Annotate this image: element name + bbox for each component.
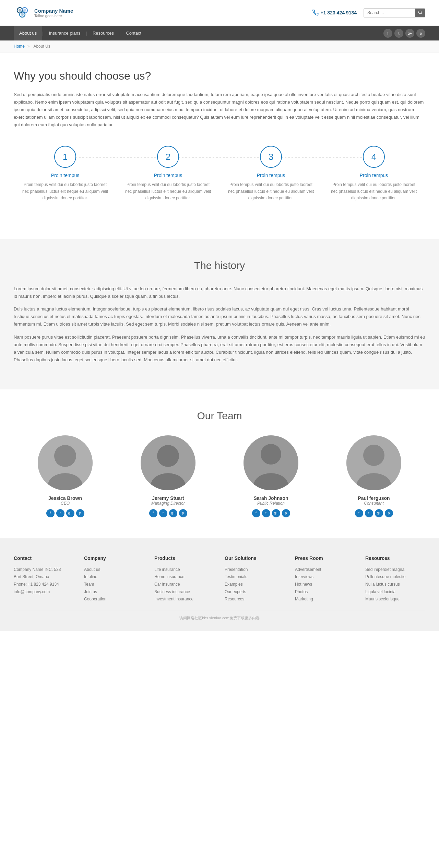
footer-resources-link-1[interactable]: Pellentesque molestie [365,573,425,581]
member-4-twitter[interactable]: t [365,509,373,517]
footer-products: Products Life insurance Home insurance C… [154,555,214,603]
nav-insurance-plans[interactable]: Insurance plans [44,26,86,40]
step-1-desc: Proin tempus velit dui eu lobortis justo… [20,181,110,201]
member-2-facebook[interactable]: f [149,509,157,517]
breadcrumb-home[interactable]: Home [14,44,25,49]
social-twitter[interactable]: t [394,29,403,38]
footer-company-link-2[interactable]: Team [84,581,144,588]
footer-contact-line-4: info@company.com [14,588,74,596]
member-1-pinterest[interactable]: p [76,509,84,517]
nav-about-us[interactable]: About us [14,26,42,40]
footer-contact-title: Contact [14,555,74,561]
footer-press-link-4[interactable]: Marketing [295,596,355,603]
footer-company-link-0[interactable]: About us [84,566,144,574]
member-4-name: Paul ferguson [329,495,419,501]
svg-point-15 [261,444,281,465]
footer-solutions-title: Our Solutions [225,555,285,561]
footer-company-link-1[interactable]: Infoline [84,573,144,581]
member-2-pinterest[interactable]: p [179,509,187,517]
svg-point-4 [23,9,26,12]
footer-resources-link-2[interactable]: Nulla luctus cursus [365,581,425,588]
member-1-name: Jessica Brown [20,495,110,501]
footer-solutions-link-1[interactable]: Testimonials [225,573,285,581]
svg-point-5 [21,13,24,16]
footer-press-link-2[interactable]: Hot news [295,581,355,588]
member-3-pinterest[interactable]: p [282,509,290,517]
footer-products-link-0[interactable]: Life insurance [154,566,214,574]
footer-resources-link-4[interactable]: Mauris scelerisque [365,596,425,603]
member-2-name: Jeremy Stuart [123,495,213,501]
svg-line-7 [421,13,422,14]
breadcrumb-separator: » [27,44,31,49]
step-3: 3 Proin tempus Proin tempus velit dui eu… [226,146,316,201]
search-button[interactable] [415,9,425,17]
main-nav: About us | Insurance plans | Resources |… [0,26,439,40]
team-grid: Jessica Brown CEO f t g+ p Jeremy Stuart… [14,435,425,517]
footer-solutions-link-2[interactable]: Examples [225,581,285,588]
member-1-facebook[interactable]: f [46,509,55,517]
breadcrumb-current: About Us [33,44,50,49]
svg-point-3 [19,9,21,12]
member-2-google[interactable]: g+ [169,509,177,517]
member-4-role: Consultant [329,501,419,506]
footer-company-link-3[interactable]: Join us [84,588,144,596]
team-member-3: Sarah Johnson Public Relation f t g+ p [226,435,316,517]
team-member-4: Paul ferguson Consultant f t g+ p [329,435,419,517]
search-input[interactable] [364,9,415,17]
svg-point-9 [54,445,76,467]
search-box[interactable] [364,8,425,17]
step-4-desc: Proin tempus velit dui eu lobortis justo… [329,181,419,201]
nav-contact[interactable]: Contact [120,26,147,40]
member-4-pinterest[interactable]: p [385,509,393,517]
footer-resources-link-0[interactable]: Sed imperdiet magna [365,566,425,574]
step-2-title: Proin tempus [123,173,213,178]
step-3-circle: 3 [260,146,282,168]
member-1-twitter[interactable]: t [56,509,64,517]
step-1: 1 Proin tempus Proin tempus velit dui eu… [20,146,110,201]
watermark: 访问网络社区bbs.xlenlao.com免费下载更多内容 [179,616,260,620]
history-para-1: Lorem ipsum dolor sit amet, consectetur … [14,285,425,300]
member-3-google[interactable]: g+ [272,509,280,517]
footer-company-link-4[interactable]: Cooperation [84,596,144,603]
step-1-circle: 1 [54,146,76,168]
hero-title: Why you should choose us? [14,70,425,82]
footer-products-link-3[interactable]: Business insurance [154,588,214,596]
avatar-jeremy [141,435,195,490]
svg-point-12 [157,445,179,467]
avatar-paul [346,435,401,490]
footer-products-link-1[interactable]: Home insurance [154,573,214,581]
footer-press-link-1[interactable]: Interviews [295,573,355,581]
member-3-facebook[interactable]: f [252,509,260,517]
step-3-title: Proin tempus [226,173,316,178]
social-facebook[interactable]: f [383,29,392,38]
steps-section: 1 Proin tempus Proin tempus velit dui eu… [14,146,425,201]
member-4-facebook[interactable]: f [355,509,363,517]
company-tagline: Taline goes here [34,14,73,18]
member-2-twitter[interactable]: t [159,509,167,517]
logo[interactable]: Company Name Taline goes here [14,4,73,21]
member-1-social: f t g+ p [20,509,110,517]
footer-resources-link-3[interactable]: Ligula vel lacinia [365,588,425,596]
footer-company: Company About us Infoline Team Join us C… [84,555,144,603]
member-1-google[interactable]: g+ [66,509,74,517]
footer-solutions-link-3[interactable]: Our experts [225,588,285,596]
team-member-1: Jessica Brown CEO f t g+ p [20,435,110,517]
site-footer: Contact Company Name INC. 523 Burt Stree… [0,538,439,631]
footer-solutions-link-0[interactable]: Presentation [225,566,285,574]
footer-solutions-link-4[interactable]: Resources [225,596,285,603]
footer-press-link-0[interactable]: Advertisement [295,566,355,574]
footer-contact-line-2: Burt Street, Omaha [14,573,74,581]
social-pinterest[interactable]: p [416,29,425,38]
member-4-social: f t g+ p [329,509,419,517]
member-3-twitter[interactable]: t [262,509,270,517]
footer-press: Press Room Advertisement Interviews Hot … [295,555,355,603]
footer-products-link-2[interactable]: Car insurance [154,581,214,588]
phone-number: +1 823 424 9134 [312,10,357,16]
member-4-google[interactable]: g+ [375,509,383,517]
footer-products-title: Products [154,555,214,561]
member-3-social: f t g+ p [226,509,316,517]
nav-resources[interactable]: Resources [87,26,119,40]
footer-press-link-3[interactable]: Photos [295,588,355,596]
footer-products-link-4[interactable]: Investment insurance [154,596,214,603]
social-google[interactable]: g+ [405,29,414,38]
